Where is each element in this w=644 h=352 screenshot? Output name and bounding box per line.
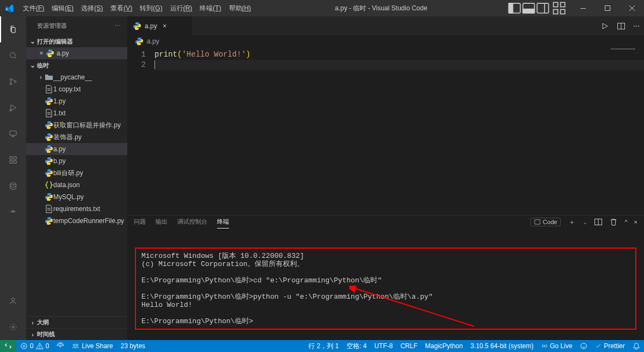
minimize-button[interactable]	[571, 0, 595, 16]
panel-tab[interactable]: 输出	[156, 215, 168, 229]
vertical-scrollbar[interactable]	[636, 47, 644, 215]
panel-tab[interactable]: 调试控制台	[177, 215, 207, 229]
panel-tab[interactable]: 终端	[217, 215, 229, 229]
svg-rect-24	[10, 157, 13, 159]
svg-rect-26	[14, 160, 16, 163]
workspace-section[interactable]: ⌄ 临时	[26, 59, 127, 71]
database-icon[interactable]	[0, 173, 26, 199]
chevron-down-icon: ⌄	[28, 61, 37, 69]
source-control-icon[interactable]	[0, 69, 26, 95]
timeline-section[interactable]: › 时间线	[26, 328, 127, 340]
svg-point-28	[10, 183, 16, 185]
menu-item[interactable]: 编辑(E)	[48, 0, 77, 16]
file-tree-item[interactable]: tempCodeRunnerFile.py	[26, 215, 127, 227]
menu-item[interactable]: 运行(R)	[166, 0, 196, 16]
explorer-icon[interactable]	[0, 16, 26, 42]
close-panel-icon[interactable]: ×	[634, 219, 637, 225]
file-tree-item[interactable]: 装饰器.py	[26, 131, 127, 143]
terminal-output-highlighted: Microsoft Windows [版本 10.0.22000.832](c)…	[135, 248, 636, 330]
run-debug-icon[interactable]	[0, 95, 26, 121]
minimap[interactable]	[604, 47, 636, 215]
python-file-icon	[133, 22, 141, 30]
svg-point-14	[10, 53, 15, 58]
svg-point-56	[73, 344, 76, 347]
toggle-primary-sidebar-icon[interactable]	[507, 0, 522, 16]
file-tree: ›__pycache__1 copy.txt1.py1.txt获取窗口标题并操作…	[26, 71, 127, 316]
svg-point-41	[138, 28, 138, 29]
file-tree-item[interactable]: data.json	[26, 179, 127, 191]
accounts-icon[interactable]	[0, 288, 26, 314]
window-controls	[571, 0, 644, 16]
more-actions-icon[interactable]: ⋯	[113, 22, 122, 30]
menu-item[interactable]: 终端(T)	[196, 0, 225, 16]
menu-item[interactable]: 查看(V)	[107, 0, 136, 16]
file-label: requirements.txt	[53, 205, 100, 213]
menu-item[interactable]: 转到(G)	[136, 0, 166, 16]
more-actions-icon[interactable]: ⋯	[633, 22, 640, 30]
open-editors-section[interactable]: ⌄ 打开的编辑器	[26, 35, 127, 47]
file-tree-item[interactable]: requirements.txt	[26, 203, 127, 215]
activity-bar	[0, 16, 26, 340]
svg-rect-4	[537, 3, 548, 13]
svg-line-15	[15, 57, 16, 59]
file-tree-item[interactable]: a.py	[26, 143, 127, 155]
close-tab-icon[interactable]: ×	[160, 22, 169, 30]
settings-gear-icon[interactable]	[0, 314, 26, 340]
menu-item[interactable]: 帮助(H)	[225, 0, 255, 16]
customize-layout-icon[interactable]	[552, 0, 566, 16]
text-editor[interactable]: 12 print('Hello World!')	[127, 47, 644, 215]
dropdown-icon[interactable]: ⌄	[583, 219, 587, 226]
split-terminal-icon[interactable]	[594, 218, 603, 226]
file-tree-item[interactable]: b.py	[26, 155, 127, 167]
file-tree-item[interactable]: 获取窗口标题并操作.py	[26, 119, 127, 131]
editor-code[interactable]: print('Hello World!')	[154, 47, 644, 215]
maximize-panel-icon[interactable]: ^	[624, 219, 627, 225]
menu-item[interactable]: 文件(F)	[19, 0, 48, 16]
chevron-right-icon: ›	[28, 319, 37, 326]
svg-marker-19	[11, 105, 16, 111]
editor-tab[interactable]: a.py ×	[127, 16, 193, 35]
remote-indicator[interactable]	[0, 340, 16, 352]
breadcrumb[interactable]: a.py	[127, 35, 644, 47]
kill-terminal-icon[interactable]	[609, 218, 618, 226]
svg-rect-8	[553, 9, 558, 14]
close-window-button[interactable]	[620, 0, 644, 16]
port-forward-status[interactable]	[53, 340, 68, 352]
title-bar: 文件(F)编辑(E)选择(S)查看(V)转到(G)运行(R)终端(T)帮助(H)…	[0, 0, 644, 16]
toggle-secondary-sidebar-icon[interactable]	[536, 0, 550, 16]
search-icon[interactable]	[0, 42, 26, 69]
terminal[interactable]: Microsoft Windows [版本 10.0.22000.832](c)…	[127, 229, 644, 352]
panel-tab[interactable]: 问题	[134, 215, 146, 229]
file-tree-item[interactable]: bili自研.py	[26, 167, 127, 179]
svg-point-17	[10, 83, 11, 84]
terminal-profile-badge[interactable]: Code	[530, 218, 561, 226]
file-tree-item[interactable]: 1.txt	[26, 107, 127, 119]
split-editor-icon[interactable]	[617, 22, 626, 30]
maximize-button[interactable]	[595, 0, 620, 16]
sidebar-title: 资源管理器	[37, 22, 67, 30]
project-manager-icon[interactable]	[0, 199, 26, 225]
terminal-line: E:\Programming\Python\临时>	[141, 317, 630, 325]
terminal-line: (c) Microsoft Corporation。保留所有权利。	[141, 260, 630, 268]
file-label: 1 copy.txt	[53, 85, 81, 93]
run-icon[interactable]	[600, 22, 609, 30]
toggle-panel-icon[interactable]	[522, 0, 536, 16]
file-tree-item[interactable]: 1.py	[26, 95, 127, 107]
open-editor-item[interactable]: × a.py	[26, 47, 127, 59]
menu-item[interactable]: 选择(S)	[77, 0, 107, 16]
svg-rect-27	[14, 157, 16, 159]
svg-rect-45	[535, 220, 540, 224]
svg-point-32	[49, 50, 49, 51]
problems-status[interactable]: 0 0	[16, 340, 53, 352]
outline-section[interactable]: › 大纲	[26, 316, 127, 328]
remote-explorer-icon[interactable]	[0, 121, 26, 147]
extensions-icon[interactable]	[0, 147, 26, 173]
workspace-label: 临时	[37, 61, 49, 70]
file-tree-item[interactable]: 1 copy.txt	[26, 83, 127, 95]
new-terminal-icon[interactable]: ＋	[567, 218, 576, 226]
liveshare-status[interactable]: Live Share	[68, 340, 116, 352]
close-editor-icon[interactable]: ×	[37, 50, 46, 57]
file-tree-item[interactable]: ›__pycache__	[26, 71, 127, 83]
svg-point-29	[13, 212, 14, 213]
file-tree-item[interactable]: MySQL.py	[26, 191, 127, 203]
